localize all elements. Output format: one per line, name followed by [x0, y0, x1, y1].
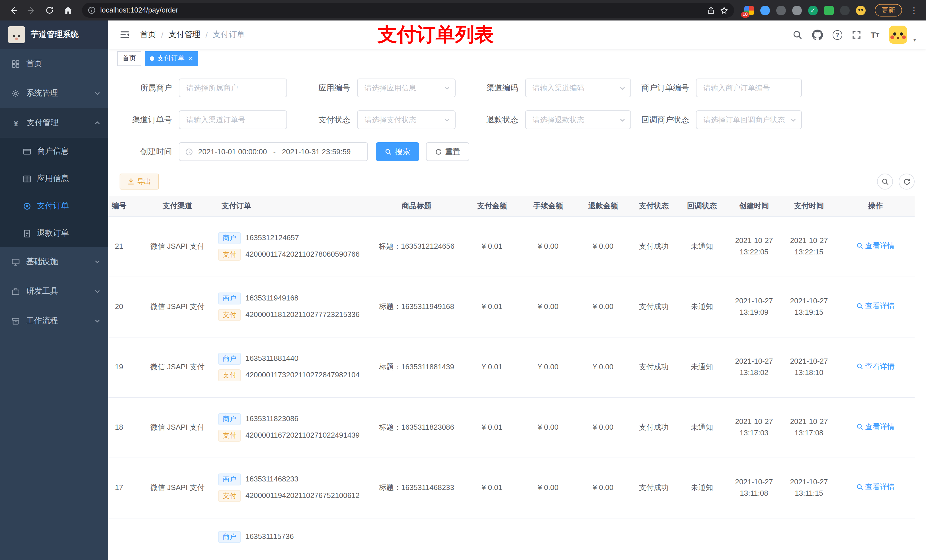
view-detail-link[interactable]: 查看详情: [856, 361, 895, 372]
refund-amount: ¥ 0.00: [576, 397, 631, 457]
col-fee-amount: 手续金额: [520, 196, 576, 216]
view-detail-link[interactable]: 查看详情: [856, 300, 895, 312]
date-range-start: 2021-10-01 00:00:00: [198, 147, 267, 156]
extension-grid-icon[interactable]: 10: [744, 5, 754, 15]
avatar-caret-icon[interactable]: ▼: [912, 38, 917, 44]
sidebar-item-pay-order[interactable]: 支付订单: [0, 192, 108, 220]
close-tab-icon[interactable]: ×: [189, 54, 193, 62]
browser-menu-icon[interactable]: ⋮: [908, 6, 920, 15]
pay-channel: 微信 JSAPI 支付: [139, 337, 216, 397]
search-button[interactable]: 搜索: [376, 142, 419, 161]
sidebar-item-label: 支付管理: [27, 118, 59, 128]
app-title: 芋道管理系统: [31, 30, 79, 40]
card-icon: [23, 147, 31, 155]
notify-status: 未通知: [677, 457, 727, 518]
chat-extension-icon[interactable]: [824, 5, 834, 15]
breadcrumb-pay-manage[interactable]: 支付管理: [169, 30, 200, 40]
sidebar-item-merchant-info[interactable]: 商户信息: [0, 138, 108, 165]
sidebar-logo[interactable]: 芋道管理系统: [0, 21, 108, 49]
pin-icon[interactable]: [840, 5, 850, 15]
pay-tag: 支付: [218, 430, 241, 442]
pay-amount: ¥ 0.01: [464, 457, 520, 518]
chevron-down-icon: [95, 288, 100, 294]
merchant-tag: 商户: [218, 232, 241, 244]
sidebar-item-refund-order[interactable]: 退款订单: [0, 220, 108, 247]
callback-status-filter-select[interactable]: [696, 110, 802, 129]
pay-channel: 微信 JSAPI 支付: [139, 216, 216, 276]
site-info-icon[interactable]: [88, 6, 96, 14]
bookmark-star-icon[interactable]: [720, 6, 728, 15]
create-time-range-picker[interactable]: 2021-10-01 00:00:00 - 2021-10-31 23:59:5…: [179, 142, 368, 161]
sidebar-item-workflow[interactable]: 工作流程: [0, 306, 108, 336]
reset-button[interactable]: 重置: [426, 142, 469, 161]
reload-icon[interactable]: [42, 3, 57, 18]
page-content: 所属商户 应用编号 渠道编码: [108, 68, 926, 560]
sidebar-item-label: 工作流程: [26, 316, 58, 326]
refund-status-filter-label: 退款状态: [455, 115, 525, 125]
breadcrumb-home[interactable]: 首页: [140, 30, 156, 40]
share-icon[interactable]: [707, 6, 715, 15]
sidebar: 芋道管理系统 首页 系统管理 ¥ 支付管理: [0, 21, 108, 560]
app-filter-select[interactable]: [357, 78, 455, 97]
search-icon[interactable]: [793, 30, 802, 39]
pay-status-filter-select[interactable]: [357, 110, 455, 129]
refresh-button[interactable]: [899, 174, 915, 190]
help-icon[interactable]: ?: [832, 30, 842, 39]
home-icon[interactable]: [61, 3, 75, 18]
tab-pay-order[interactable]: 支付订单 ×: [145, 51, 198, 66]
url-bar[interactable]: localhost:1024/pay/order: [82, 3, 734, 18]
profile-emoji-icon[interactable]: [856, 5, 865, 15]
extension-icon[interactable]: [776, 5, 786, 15]
sidebar-item-label: 支付订单: [37, 201, 69, 211]
sidebar-item-payment[interactable]: ¥ 支付管理: [0, 108, 108, 138]
actions-cell: 查看详情: [837, 337, 915, 397]
pay-status-filter-label: 支付状态: [287, 115, 357, 125]
update-button[interactable]: 更新: [875, 4, 902, 17]
back-icon[interactable]: [6, 3, 21, 18]
refund-amount: ¥ 0.00: [576, 216, 631, 276]
tab-home[interactable]: 首页: [117, 51, 141, 66]
fee-amount: ¥ 0.00: [520, 216, 576, 276]
globe-extension-icon[interactable]: [792, 5, 802, 15]
table-row-partial: 商户163531115736: [108, 518, 915, 560]
col-pay-status: 支付状态: [631, 196, 677, 216]
toggle-search-button[interactable]: [877, 174, 893, 190]
github-icon[interactable]: [812, 29, 823, 40]
check-extension-icon[interactable]: ✓: [808, 5, 818, 15]
page-title-annotation: 支付订单列表: [378, 22, 494, 48]
sidebar-item-devtools[interactable]: 研发工具: [0, 276, 108, 306]
chevron-down-icon: [95, 318, 100, 324]
merchant-order-filter-input[interactable]: [696, 78, 802, 97]
font-size-icon[interactable]: TT: [871, 30, 879, 39]
pay-channel: 微信 JSAPI 支付: [139, 457, 216, 518]
sidebar-item-home[interactable]: 首页: [0, 49, 108, 78]
sidebar-fold-icon[interactable]: [117, 30, 132, 40]
view-detail-link[interactable]: 查看详情: [856, 482, 895, 493]
chevron-down-icon: [95, 91, 100, 96]
view-detail-link[interactable]: 查看详情: [856, 421, 895, 433]
gear-icon: [11, 89, 20, 98]
refund-amount: ¥ 0.00: [576, 337, 631, 397]
channel-code-filter-select[interactable]: [525, 78, 631, 97]
url-text: localhost:1024/pay/order: [100, 6, 178, 14]
sidebar-item-app-info[interactable]: 应用信息: [0, 165, 108, 192]
merchant-filter-input[interactable]: [179, 78, 287, 97]
merchant-tag: 商户: [218, 413, 241, 425]
pay-tag: 支付: [218, 490, 241, 502]
fee-amount: ¥ 0.00: [520, 397, 576, 457]
sidebar-item-label: 首页: [26, 59, 42, 69]
sidebar-item-system[interactable]: 系统管理: [0, 78, 108, 108]
product-title: 标题：1635311468233: [369, 457, 464, 518]
pay-amount: ¥ 0.01: [464, 216, 520, 276]
sidebar-item-infrastructure[interactable]: 基础设施: [0, 247, 108, 276]
pay-status: 支付成功: [631, 397, 677, 457]
callback-status-filter-label: 回调商户状态: [631, 115, 696, 125]
refund-status-filter-select[interactable]: [525, 110, 631, 129]
forward-icon[interactable]: [24, 3, 39, 18]
fullscreen-icon[interactable]: [852, 30, 861, 39]
drop-extension-icon[interactable]: [760, 5, 770, 15]
export-button[interactable]: 导出: [120, 174, 159, 190]
user-avatar[interactable]: [889, 26, 907, 44]
channel-order-filter-input[interactable]: [179, 110, 287, 129]
view-detail-link[interactable]: 查看详情: [856, 240, 895, 252]
